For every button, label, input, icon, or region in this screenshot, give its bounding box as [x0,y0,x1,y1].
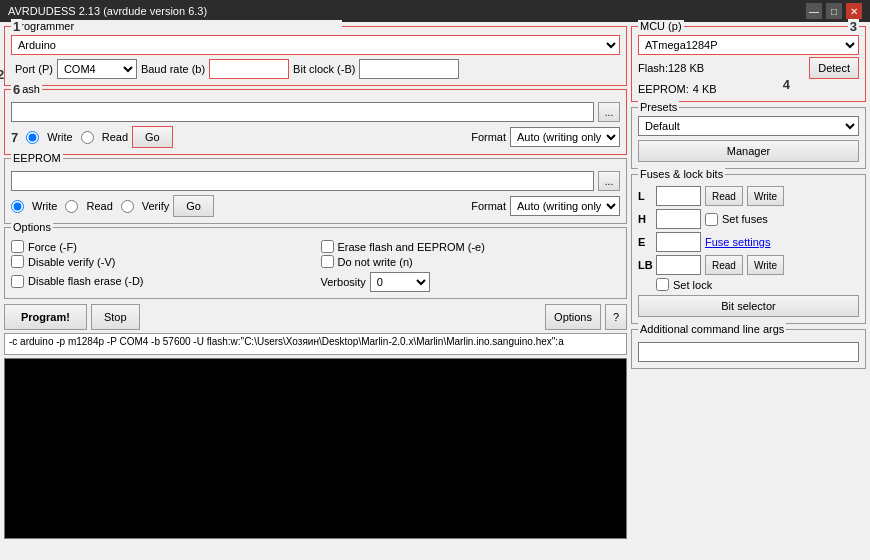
terminal-box [4,358,627,539]
right-panel: MCU (p) 3 ATmega1284P Flash: 128 KB 4 De… [631,26,866,556]
maximize-button[interactable]: □ [826,3,842,19]
fuse-e-input[interactable] [656,232,701,252]
close-button[interactable]: ✕ [846,3,862,19]
set-fuses-label: Set fuses [722,213,768,225]
set-lock-label: Set lock [673,279,712,291]
flash-read-label: Read [102,131,128,143]
disable-flash-erase-label: Disable flash erase (-D) [28,275,144,287]
fuses-group-title: Fuses & lock bits [638,168,725,180]
detect-button[interactable]: Detect [809,57,859,79]
flash-read-radio[interactable] [81,131,94,144]
eeprom-format-select[interactable]: Auto (writing only) [510,196,620,216]
eeprom-path-input[interactable] [11,171,594,191]
bitclock-input[interactable] [359,59,459,79]
port-label: Port (P) [15,63,53,75]
fuse-l-label: L [638,190,652,202]
eeprom-controls-row: Write Read Verify Go Format Auto (writin… [11,195,620,217]
memory-info-row: Flash: 128 KB 4 Detect [638,57,859,79]
eeprom-verify-label: Verify [142,200,170,212]
eeprom-read-radio[interactable] [65,200,78,213]
flash-path-row: C:\Users\Хозяин\Desktop\Marlin-2.0.x\Mar… [11,102,620,122]
eeprom-size-value: 4 KB [693,83,717,95]
erase-checkbox[interactable] [321,240,334,253]
program-button[interactable]: Program! [4,304,87,330]
set-fuses-checkbox[interactable] [705,213,718,226]
flash-group: Flash 6 C:\Users\Хозяин\Desktop\Marlin-2… [4,89,627,155]
disable-verify-checkbox[interactable] [11,255,24,268]
eeprom-info-row: EEPROM: 4 KB [638,83,859,95]
disable-flash-erase-checkbox[interactable] [11,275,24,288]
window-controls: — □ ✕ [806,3,862,19]
mcu-select[interactable]: ATmega1284P [638,35,859,55]
fuses-group: Fuses & lock bits L Read Write H Set fus… [631,174,866,324]
programmer-group-title: Programmer [11,20,342,32]
fuse-settings-link[interactable]: Fuse settings [705,236,770,248]
flash-radio-group: Write Read [26,131,128,144]
flash-path-input[interactable]: C:\Users\Хозяин\Desktop\Marlin-2.0.x\Mar… [11,102,594,122]
section-number-6: 6 [11,82,22,97]
port-baud-row: 2 Port (P) COM4 Baud rate (b) 57600 Bit … [11,59,620,79]
fuse-l-input[interactable] [656,186,701,206]
status-bar [4,542,627,556]
fuse-h-input[interactable] [656,209,701,229]
bitclock-label: Bit clock (-B) [293,63,355,75]
fuse-lb-label: LB [638,259,652,271]
fuse-l-read-button[interactable]: Read [705,186,743,206]
section-number-3: 3 [848,19,859,34]
window-title: AVRDUDESS 2.13 (avrdude version 6.3) [8,5,207,17]
stop-button[interactable]: Stop [91,304,140,330]
additional-input[interactable] [638,342,859,362]
eeprom-group: EEPROM ... Write Read Verify Go Format A… [4,158,627,224]
fuse-e-row: E Fuse settings [638,232,859,252]
options-group-title: Options [11,221,53,233]
baud-input[interactable]: 57600 [209,59,289,79]
eeprom-go-button[interactable]: Go [173,195,214,217]
eeprom-browse-button[interactable]: ... [598,171,620,191]
disable-flash-erase-row: Disable flash erase (-D) [11,270,311,292]
fuse-l-row: L Read Write [638,186,859,206]
mcu-group-title: MCU (p) [638,20,684,32]
bit-selector-button[interactable]: Bit selector [638,295,859,317]
help-button[interactable]: ? [605,304,627,330]
flash-write-radio[interactable] [26,131,39,144]
eeprom-verify-radio[interactable] [121,200,134,213]
eeprom-path-row: ... [11,171,620,191]
flash-go-button[interactable]: Go [132,126,173,148]
section-number-4: 4 [783,77,790,92]
fuse-lb-read-button[interactable]: Read [705,255,743,275]
erase-label: Erase flash and EEPROM (-e) [338,241,485,253]
disable-verify-label: Disable verify (-V) [28,256,115,268]
options-button[interactable]: Options [545,304,601,330]
flash-info-label: Flash: [638,62,668,74]
programmer-select[interactable]: Arduino [11,35,620,55]
flash-format-select[interactable]: Auto (writing only) [510,127,620,147]
do-not-write-checkbox[interactable] [321,255,334,268]
fuse-l-write-button[interactable]: Write [747,186,784,206]
fuse-lb-write-button[interactable]: Write [747,255,784,275]
fuse-lb-input[interactable] [656,255,701,275]
verbosity-select[interactable]: 0 [370,272,430,292]
main-content: Programmer 1 Arduino 2 [0,22,870,560]
flash-browse-button[interactable]: ... [598,102,620,122]
options-grid: Force (-F) Erase flash and EEPROM (-e) D… [11,240,620,292]
set-lock-checkbox[interactable] [656,278,669,291]
eeprom-read-label: Read [86,200,112,212]
eeprom-radio-group: Write Read Verify [11,200,169,213]
port-select[interactable]: COM4 [57,59,137,79]
eeprom-write-radio[interactable] [11,200,24,213]
options-group: Options Force (-F) Erase flash and EEPRO… [4,227,627,299]
manager-button[interactable]: Manager [638,140,859,162]
presets-select[interactable]: Default [638,116,859,136]
do-not-write-row: Do not write (n) [321,255,621,268]
minimize-button[interactable]: — [806,3,822,19]
bottom-buttons: Program! Stop Options ? [4,304,627,330]
flash-size-value: 128 KB [668,62,704,74]
force-label: Force (-F) [28,241,77,253]
programmer-group: Programmer 1 Arduino 2 [4,26,627,86]
command-line-text: -c arduino -p m1284p -P COM4 -b 57600 -U… [9,336,564,347]
presets-group-title: Presets [638,101,679,113]
eeprom-group-title: EEPROM [11,152,63,164]
force-checkbox[interactable] [11,240,24,253]
flash-write-label: Write [47,131,72,143]
fuse-e-label: E [638,236,652,248]
